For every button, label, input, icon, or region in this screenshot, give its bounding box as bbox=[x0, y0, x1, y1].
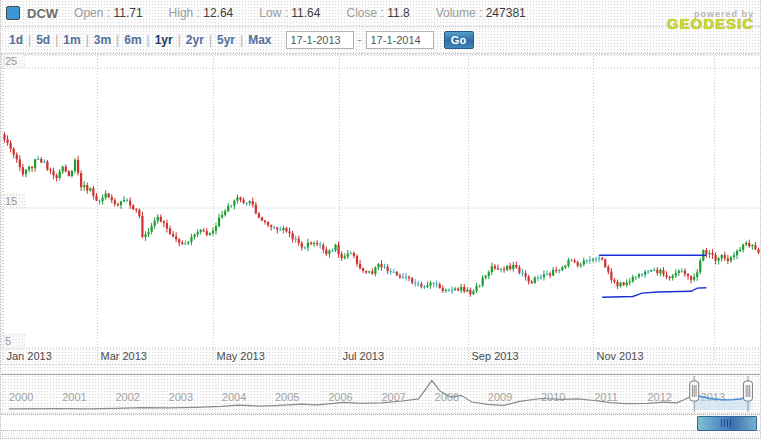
month-label: Nov 2013 bbox=[597, 350, 644, 362]
range-separator: | bbox=[209, 33, 212, 47]
quote-field-open: Open : 11.71 bbox=[74, 6, 143, 20]
range-button-5d[interactable]: 5d bbox=[36, 33, 50, 47]
year-label: 2003 bbox=[169, 391, 193, 403]
date-to-input[interactable] bbox=[366, 31, 434, 49]
range-button-6m[interactable]: 6m bbox=[124, 33, 141, 47]
range-button-1m[interactable]: 1m bbox=[63, 33, 80, 47]
range-selector: 1d|5d|1m|3m|6m|1yr|2yr|5yr|Max bbox=[9, 33, 272, 47]
month-label: May 2013 bbox=[217, 350, 265, 362]
chart-toolbar: 1d|5d|1m|3m|6m|1yr|2yr|5yr|Max - Go bbox=[1, 27, 760, 54]
range-separator: | bbox=[28, 33, 31, 47]
quote-fields: Open : 11.71High : 12.64Low : 11.64Close… bbox=[74, 6, 552, 20]
quote-field-close: Close : 11.8 bbox=[346, 6, 409, 20]
go-button[interactable]: Go bbox=[444, 31, 474, 49]
range-button-1d[interactable]: 1d bbox=[9, 33, 23, 47]
symbol-name: DCW bbox=[27, 6, 58, 21]
quote-field-volume: Volume : 247381 bbox=[436, 6, 526, 20]
price-tick-label: 15 bbox=[5, 195, 17, 207]
symbol-icon bbox=[6, 6, 20, 20]
candlestick-chart: 25155Jan 2013Mar 2013May 2013Jul 2013Sep… bbox=[1, 54, 761, 374]
range-button-3m[interactable]: 3m bbox=[94, 33, 111, 47]
scrollbar-grip-icon bbox=[721, 419, 733, 427]
year-label: 2001 bbox=[62, 391, 86, 403]
year-label: 2006 bbox=[328, 391, 352, 403]
quote-header: DCW Open : 11.71High : 12.64Low : 11.64C… bbox=[1, 0, 760, 27]
month-label: Jan 2013 bbox=[7, 350, 52, 362]
range-separator: | bbox=[240, 33, 243, 47]
range-button-2yr[interactable]: 2yr bbox=[186, 33, 204, 47]
quote-field-low: Low : 11.64 bbox=[259, 6, 320, 20]
year-label: 2000 bbox=[9, 391, 33, 403]
range-separator: | bbox=[55, 33, 58, 47]
year-label: 2002 bbox=[115, 391, 139, 403]
range-button-5yr[interactable]: 5yr bbox=[217, 33, 235, 47]
year-label: 2008 bbox=[435, 391, 459, 403]
month-label: Mar 2013 bbox=[101, 350, 147, 362]
range-separator: | bbox=[86, 33, 89, 47]
quote-field-high: High : 12.64 bbox=[169, 6, 234, 20]
month-label: Jul 2013 bbox=[343, 350, 385, 362]
horizontal-scrollbar[interactable] bbox=[1, 414, 761, 431]
range-button-1yr[interactable]: 1yr bbox=[155, 33, 173, 47]
date-from-input[interactable] bbox=[286, 31, 354, 49]
price-tick-label: 25 bbox=[5, 55, 17, 67]
year-label: 2010 bbox=[541, 391, 565, 403]
year-label: 2004 bbox=[222, 391, 246, 403]
navigator-chart: 2000200120022003200420052006200720082009… bbox=[1, 374, 761, 415]
year-label: 2005 bbox=[275, 391, 299, 403]
scrollbar-thumb[interactable] bbox=[697, 416, 757, 431]
price-tick-label: 5 bbox=[5, 335, 11, 347]
range-separator: | bbox=[178, 33, 181, 47]
stock-chart-app: DCW Open : 11.71High : 12.64Low : 11.64C… bbox=[0, 0, 761, 439]
range-separator: | bbox=[116, 33, 119, 47]
date-range-dash: - bbox=[358, 33, 362, 47]
year-label: 2012 bbox=[647, 391, 671, 403]
month-label: Sep 2013 bbox=[472, 350, 519, 362]
year-label: 2009 bbox=[488, 391, 512, 403]
range-separator: | bbox=[147, 33, 150, 47]
range-button-max[interactable]: Max bbox=[248, 33, 271, 47]
